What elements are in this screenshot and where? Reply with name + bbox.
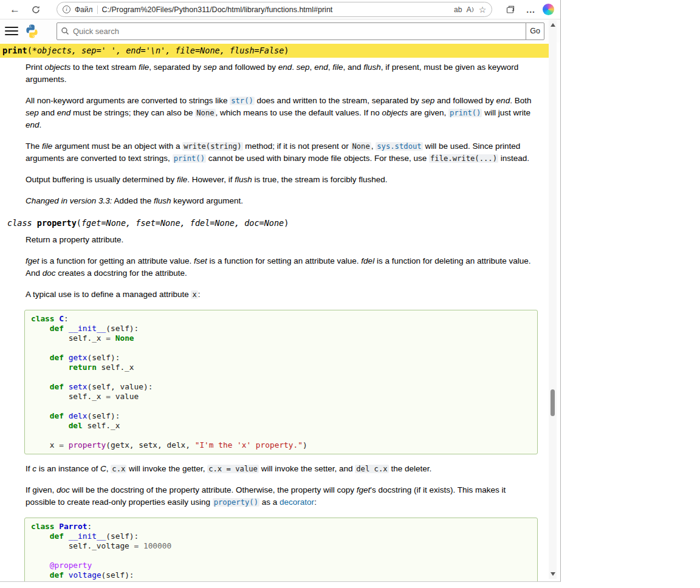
parrot-code-example: class Parrot: def __init__(self): self._… — [24, 518, 538, 582]
more-menu-icon[interactable]: ... — [523, 4, 539, 16]
site-label: Файл — [75, 5, 93, 14]
browser-window: ← i Файл C:/Program%20Files/Python311/Do… — [0, 0, 561, 582]
browser-toolbar: ← i Файл C:/Program%20Files/Python311/Do… — [0, 0, 560, 19]
print-description: Print objects to the text stream file, s… — [26, 61, 537, 207]
scroll-up-arrow[interactable] — [551, 23, 555, 27]
property-doc-paragraph-4: If c is an instance of C, c.x will invok… — [26, 463, 537, 475]
search-icon — [61, 27, 69, 38]
print-doc-paragraph-4: Output buffering is usually determined b… — [26, 174, 537, 186]
print-doc-paragraph-3: The file argument must be an object with… — [26, 140, 537, 165]
scrollbar[interactable] — [549, 20, 557, 579]
property-signature: class property(fget=None, fset=None, fde… — [0, 216, 549, 230]
inline-link[interactable]: sys.stdout — [376, 142, 422, 151]
property-description-continued: If c is an instance of C, c.x will invok… — [26, 463, 537, 508]
copilot-icon[interactable] — [543, 4, 554, 15]
property-doc-paragraph-2: fget is a function for getting an attrib… — [26, 255, 537, 279]
property-code-example: class C: def __init__(self): self._x = N… — [24, 310, 538, 454]
translate-icon[interactable]: ab — [454, 5, 462, 14]
print-doc-paragraph-1: Print objects to the text stream file, s… — [26, 61, 537, 86]
inline-link[interactable]: property() — [213, 498, 259, 507]
docs-nav: Go — [0, 19, 560, 43]
refresh-button[interactable] — [27, 4, 44, 16]
address-separator — [97, 5, 98, 14]
read-aloud-icon[interactable]: A — [466, 5, 474, 14]
scroll-down-arrow[interactable] — [551, 572, 555, 576]
read-aloud-letter: A — [466, 5, 471, 14]
inline-link[interactable]: print() — [448, 109, 482, 117]
refresh-icon — [31, 5, 41, 15]
docs-content: print(*objects, sep=' ', end='\n', file=… — [0, 43, 549, 582]
print-doc-paragraph-2: All non-keyword arguments are converted … — [26, 95, 537, 131]
property-doc-paragraph-1: Return a property attribute. — [26, 234, 537, 246]
print-signature: print(*objects, sep=' ', end='\n', file=… — [0, 44, 549, 58]
go-button[interactable]: Go — [526, 22, 544, 40]
property-description: Return a property attribute. fget is a f… — [26, 234, 537, 301]
favorites-star-icon[interactable]: ☆ — [479, 5, 487, 15]
collections-icon[interactable] — [502, 4, 519, 16]
search-box — [57, 22, 526, 40]
print-changed-note: Changed in version 3.3: Added the flush … — [26, 195, 537, 207]
property-doc-paragraph-3: A typical use is to define a managed att… — [26, 289, 537, 301]
scrollbar-thumb[interactable] — [551, 389, 555, 416]
info-icon[interactable]: i — [63, 5, 70, 13]
back-arrow-icon: ← — [10, 4, 20, 15]
inline-link[interactable]: print() — [173, 154, 206, 163]
ellipsis-glyph: ... — [526, 5, 535, 15]
property-doc-paragraph-5: If given, doc will be the docstring of t… — [26, 484, 537, 508]
hamburger-menu-icon[interactable] — [5, 25, 18, 37]
inline-link[interactable]: str() — [230, 97, 255, 105]
search-input[interactable] — [57, 22, 526, 40]
url-text[interactable]: C:/Program%20Files/Python311/Doc/html/li… — [102, 5, 450, 14]
inline-link[interactable]: decorator — [280, 497, 314, 507]
back-button[interactable]: ← — [6, 3, 24, 16]
python-logo[interactable] — [24, 24, 39, 39]
address-bar[interactable]: i Файл C:/Program%20Files/Python311/Doc/… — [57, 2, 492, 17]
